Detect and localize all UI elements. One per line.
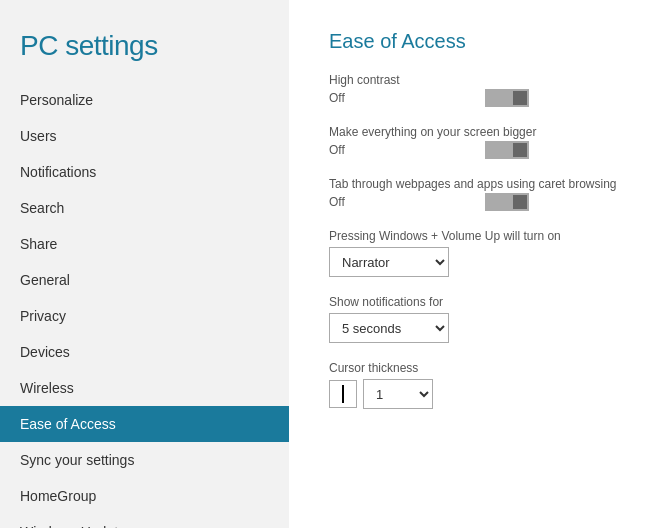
high-contrast-toggle[interactable]: [485, 89, 529, 107]
sidebar-item-share[interactable]: Share: [0, 226, 289, 262]
notifications-select[interactable]: 5 seconds7 seconds15 seconds30 seconds1 …: [329, 313, 449, 343]
sidebar-item-homegroup[interactable]: HomeGroup: [0, 478, 289, 514]
notifications-label: Show notifications for: [329, 295, 620, 309]
sidebar-item-notifications[interactable]: Notifications: [0, 154, 289, 190]
bigger-screen-label: Make everything on your screen bigger: [329, 125, 620, 139]
notifications-setting: Show notifications for 5 seconds7 second…: [329, 295, 620, 343]
high-contrast-label: High contrast: [329, 73, 620, 87]
app-title: PC settings: [0, 20, 289, 82]
narrator-select[interactable]: NarratorMagnifierOn-Screen Keyboard: [329, 247, 449, 277]
caret-browsing-setting: Tab through webpages and apps using care…: [329, 177, 620, 211]
sidebar: PC settings PersonalizeUsersNotification…: [0, 0, 289, 528]
sidebar-item-search[interactable]: Search: [0, 190, 289, 226]
cursor-preview: [329, 380, 357, 408]
sidebar-item-windows-update[interactable]: Windows Update: [0, 514, 289, 528]
sidebar-item-users[interactable]: Users: [0, 118, 289, 154]
sidebar-item-sync-your-settings[interactable]: Sync your settings: [0, 442, 289, 478]
cursor-thickness-label: Cursor thickness: [329, 361, 620, 375]
sidebar-item-personalize[interactable]: Personalize: [0, 82, 289, 118]
sidebar-item-devices[interactable]: Devices: [0, 334, 289, 370]
cursor-thickness-row: 1234567891011121314: [329, 379, 620, 409]
narrator-setting: Pressing Windows + Volume Up will turn o…: [329, 229, 620, 277]
bigger-screen-toggle-row: Off: [329, 141, 529, 159]
bigger-screen-toggle[interactable]: [485, 141, 529, 159]
sidebar-item-general[interactable]: General: [0, 262, 289, 298]
sidebar-item-wireless[interactable]: Wireless: [0, 370, 289, 406]
high-contrast-toggle-row: Off: [329, 89, 529, 107]
cursor-thickness-select[interactable]: 1234567891011121314: [363, 379, 433, 409]
cursor-thickness-setting: Cursor thickness 1234567891011121314: [329, 361, 620, 409]
caret-browsing-toggle-row: Off: [329, 193, 529, 211]
sidebar-item-ease-of-access[interactable]: Ease of Access: [0, 406, 289, 442]
high-contrast-value: Off: [329, 91, 345, 105]
section-title: Ease of Access: [329, 30, 620, 53]
main-content: Ease of Access High contrast Off Make ev…: [289, 0, 660, 528]
cursor-bar-preview: [342, 385, 344, 403]
caret-browsing-label: Tab through webpages and apps using care…: [329, 177, 620, 191]
sidebar-item-privacy[interactable]: Privacy: [0, 298, 289, 334]
narrator-label: Pressing Windows + Volume Up will turn o…: [329, 229, 620, 243]
caret-browsing-toggle[interactable]: [485, 193, 529, 211]
high-contrast-setting: High contrast Off: [329, 73, 620, 107]
bigger-screen-setting: Make everything on your screen bigger Of…: [329, 125, 620, 159]
narrator-dropdown-container: NarratorMagnifierOn-Screen Keyboard: [329, 247, 620, 277]
bigger-screen-value: Off: [329, 143, 345, 157]
notifications-dropdown-container: 5 seconds7 seconds15 seconds30 seconds1 …: [329, 313, 620, 343]
caret-browsing-value: Off: [329, 195, 345, 209]
